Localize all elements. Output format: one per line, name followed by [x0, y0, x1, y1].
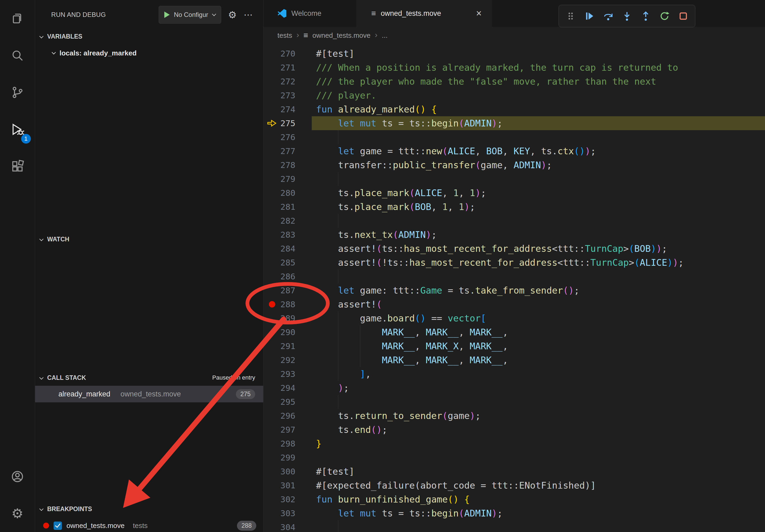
code-line[interactable]: 287 let game: ttt::Game = ts.take_from_s…: [264, 283, 765, 297]
code-text[interactable]: );: [312, 381, 765, 395]
gutter[interactable]: 280: [264, 186, 312, 200]
gutter[interactable]: 299: [264, 450, 312, 464]
code-text[interactable]: ts.place_mark(BOB, 1, 1);: [312, 200, 765, 214]
editor-code-area[interactable]: 270#[test]271/// When a position is alre…: [264, 44, 765, 532]
code-line[interactable]: 271/// When a position is already marked…: [264, 61, 765, 75]
code-text[interactable]: #[test]: [312, 47, 765, 61]
code-line[interactable]: 273/// player.: [264, 89, 765, 102]
code-line[interactable]: 281 ts.place_mark(BOB, 1, 1);: [264, 200, 765, 214]
code-line[interactable]: 297 ts.end();: [264, 423, 765, 437]
gutter[interactable]: 298: [264, 437, 312, 450]
gutter[interactable]: 277: [264, 144, 312, 158]
code-text[interactable]: ts.end();: [312, 423, 765, 437]
gutter[interactable]: 290: [264, 325, 312, 339]
code-line[interactable]: 291 MARK__, MARK_X, MARK__,: [264, 339, 765, 353]
code-text[interactable]: ts.place_mark(ALICE, 1, 1);: [312, 186, 765, 200]
code-line[interactable]: 278 transfer::public_transfer(game, ADMI…: [264, 158, 765, 172]
gutter[interactable]: 303: [264, 506, 312, 520]
gutter[interactable]: 270: [264, 47, 312, 61]
breakpoint-checkbox[interactable]: [54, 522, 62, 530]
code-line[interactable]: 301#[expected_failure(abort_code = ttt::…: [264, 478, 765, 492]
debug-configuration-dropdown[interactable]: No Configur: [159, 6, 221, 24]
step-into-button[interactable]: [622, 11, 632, 21]
gutter[interactable]: 288: [264, 297, 312, 311]
code-line[interactable]: 286: [264, 269, 765, 283]
code-text[interactable]: let mut ts = ts::begin(ADMIN);: [312, 116, 765, 130]
code-text[interactable]: MARK__, MARK_X, MARK__,: [312, 339, 765, 353]
gutter[interactable]: 294: [264, 381, 312, 395]
restart-button[interactable]: [659, 11, 670, 21]
code-line[interactable]: 275 let mut ts = ts::begin(ADMIN);: [264, 116, 765, 130]
breadcrumb-folder[interactable]: tests: [278, 31, 292, 40]
code-line[interactable]: 280 ts.place_mark(ALICE, 1, 1);: [264, 186, 765, 200]
gutter[interactable]: 279: [264, 172, 312, 186]
code-text[interactable]: #[test]: [312, 464, 765, 478]
code-text[interactable]: let game = ttt::new(ALICE, BOB, KEY, ts.…: [312, 144, 765, 158]
start-debug-icon[interactable]: [164, 12, 170, 18]
gutter[interactable]: 289: [264, 311, 312, 325]
code-text[interactable]: }: [312, 437, 765, 450]
breakpoint-dot[interactable]: [269, 301, 275, 308]
code-text[interactable]: [312, 520, 765, 532]
gutter[interactable]: 287: [264, 283, 312, 297]
code-text[interactable]: [312, 450, 765, 464]
code-text[interactable]: /// When a position is already marked, t…: [312, 61, 765, 75]
code-text[interactable]: assert!(: [312, 297, 765, 311]
gutter[interactable]: 284: [264, 242, 312, 256]
variables-section-header[interactable]: VARIABLES: [35, 30, 263, 43]
tab-owned-tests-move[interactable]: ≡ owned_tests.move ×: [356, 0, 492, 27]
breakpoints-section-header[interactable]: BREAKPOINTS: [35, 502, 263, 515]
step-out-button[interactable]: [640, 11, 651, 21]
code-line[interactable]: 270#[test]: [264, 47, 765, 61]
continue-button[interactable]: [584, 11, 595, 21]
code-line[interactable]: 288 assert!(: [264, 297, 765, 311]
code-text[interactable]: [312, 214, 765, 228]
gutter[interactable]: 283: [264, 228, 312, 242]
code-line[interactable]: 296 ts.return_to_sender(game);: [264, 409, 765, 423]
code-text[interactable]: [312, 269, 765, 283]
gutter[interactable]: 285: [264, 256, 312, 269]
code-text[interactable]: MARK__, MARK__, MARK__,: [312, 325, 765, 339]
code-text[interactable]: ts.return_to_sender(game);: [312, 409, 765, 423]
code-line[interactable]: 290 MARK__, MARK__, MARK__,: [264, 325, 765, 339]
code-text[interactable]: ],: [312, 367, 765, 381]
gutter[interactable]: 296: [264, 409, 312, 423]
breadcrumb-more[interactable]: ...: [382, 31, 387, 40]
code-line[interactable]: 289 game.board() == vector[: [264, 311, 765, 325]
variables-scope-row[interactable]: locals: already_marked: [35, 46, 263, 60]
settings-button[interactable]: ⚙: [0, 495, 35, 532]
code-line[interactable]: 299: [264, 450, 765, 464]
debug-settings-gear[interactable]: ⚙: [228, 9, 237, 20]
gutter[interactable]: 278: [264, 158, 312, 172]
gutter[interactable]: 295: [264, 395, 312, 409]
toolbar-grip-icon[interactable]: [565, 11, 576, 21]
code-text[interactable]: let game: ttt::Game = ts.take_from_sende…: [312, 283, 765, 297]
call-stack-frame-row[interactable]: already_marked owned_tests.move 275: [35, 386, 263, 402]
code-text[interactable]: fun already_marked() {: [312, 102, 765, 116]
close-icon[interactable]: ×: [476, 9, 482, 18]
code-line[interactable]: 298}: [264, 437, 765, 450]
code-text[interactable]: [312, 395, 765, 409]
code-line[interactable]: 279: [264, 172, 765, 186]
breakpoint-list-item[interactable]: owned_tests.move tests 288: [35, 518, 263, 532]
code-line[interactable]: 304: [264, 520, 765, 532]
code-text[interactable]: assert!(!ts::has_most_recent_for_address…: [312, 256, 765, 269]
tab-welcome[interactable]: Welcome: [264, 0, 356, 27]
code-text[interactable]: let mut ts = ts::begin(ADMIN);: [312, 506, 765, 520]
code-text[interactable]: /// player.: [312, 89, 765, 102]
gutter[interactable]: 274: [264, 102, 312, 116]
code-line[interactable]: 277 let game = ttt::new(ALICE, BOB, KEY,…: [264, 144, 765, 158]
code-text[interactable]: game.board() == vector[: [312, 311, 765, 325]
code-text[interactable]: #[expected_failure(abort_code = ttt::ENo…: [312, 478, 765, 492]
code-line[interactable]: 272/// the player who made the "false" m…: [264, 75, 765, 89]
gutter[interactable]: 300: [264, 464, 312, 478]
more-actions-icon[interactable]: ⋯: [244, 9, 254, 20]
code-text[interactable]: [312, 172, 765, 186]
code-line[interactable]: 303 let mut ts = ts::begin(ADMIN);: [264, 506, 765, 520]
code-text[interactable]: assert!(ts::has_most_recent_for_address<…: [312, 242, 765, 256]
gutter[interactable]: 282: [264, 214, 312, 228]
gutter[interactable]: 276: [264, 130, 312, 144]
breadcrumb-file[interactable]: owned_tests.move: [312, 31, 371, 40]
account-button[interactable]: [0, 458, 35, 495]
code-line[interactable]: 295: [264, 395, 765, 409]
